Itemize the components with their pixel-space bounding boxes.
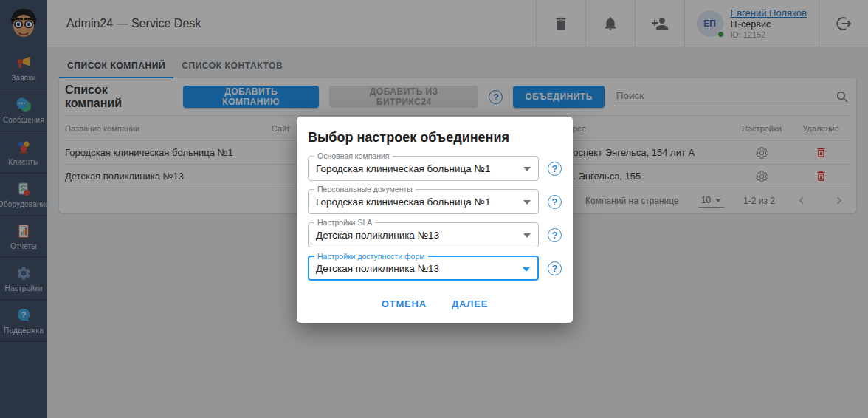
field-value: Городская клиническая больница №1 bbox=[316, 196, 490, 208]
chevron-down-icon bbox=[523, 267, 530, 272]
field-label: Настройки доступности форм bbox=[314, 252, 428, 261]
chevron-down-icon bbox=[523, 167, 531, 171]
field-label: Персональные документы bbox=[314, 185, 416, 193]
cancel-button[interactable]: ОТМЕНА bbox=[380, 295, 428, 312]
field-help-icon[interactable]: ? bbox=[548, 261, 562, 275]
field-value: Детская поликлиника №13 bbox=[316, 263, 439, 274]
select-form-availability[interactable]: Настройки доступности форм Детская полик… bbox=[308, 256, 539, 281]
next-button[interactable]: ДАЛЕЕ bbox=[450, 295, 489, 312]
chevron-down-icon bbox=[523, 200, 531, 205]
field-value: Городская клиническая больница №1 bbox=[316, 163, 490, 174]
select-personal-documents[interactable]: Персональные документы Городская клиниче… bbox=[308, 189, 539, 214]
field-label: Настройки SLA bbox=[314, 218, 375, 227]
select-main-company[interactable]: Основная компания Городская клиническая … bbox=[308, 156, 539, 181]
field-value: Детская поликлиника №13 bbox=[316, 230, 439, 241]
modal-title: Выбор настроек объединения bbox=[308, 130, 562, 145]
field-help-icon[interactable]: ? bbox=[548, 195, 562, 209]
chevron-down-icon bbox=[523, 233, 531, 238]
field-label: Основная компания bbox=[314, 151, 393, 160]
field-help-icon[interactable]: ? bbox=[548, 162, 562, 176]
merge-settings-modal: Выбор настроек объединения Основная комп… bbox=[297, 117, 573, 323]
select-sla-settings[interactable]: Настройки SLA Детская поликлиника №13 bbox=[308, 222, 539, 247]
field-help-icon[interactable]: ? bbox=[548, 228, 562, 242]
